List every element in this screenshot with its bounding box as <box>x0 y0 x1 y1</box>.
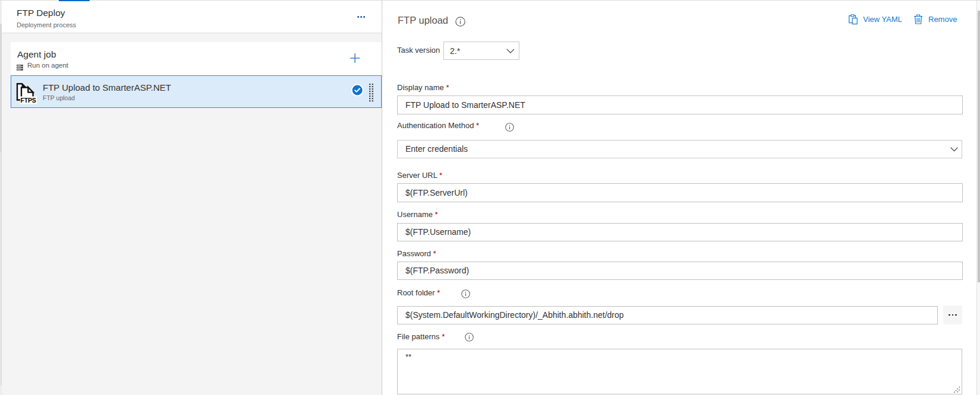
svg-text:FTPS: FTPS <box>21 97 36 104</box>
